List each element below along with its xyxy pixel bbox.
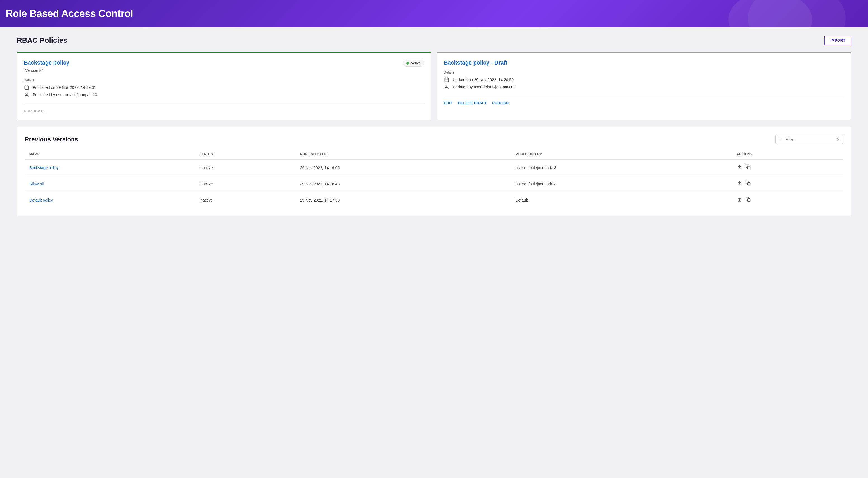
active-published-by: Published by user:default/joonpark13 [33, 92, 97, 97]
draft-policy-card: Backstage policy - Draft Details Updated… [437, 52, 851, 120]
active-published-date-row: Published on 29 Nov 2022, 14:19:31 [24, 85, 424, 90]
draft-updated-by: Updated by user:default/joonpark13 [453, 85, 515, 89]
page-title-row: RBAC Policies IMPORT [17, 36, 851, 45]
edit-button[interactable]: EDIT [444, 101, 453, 105]
table-header-row: NAME STATUS PUBLISH DATE ↑ PUBLISHED BY … [25, 150, 843, 159]
page-title: RBAC Policies [17, 36, 67, 45]
cell-published-by-2: Default [511, 192, 732, 208]
active-card-version: "Version 2" [24, 68, 424, 73]
active-published-date: Published on 29 Nov 2022, 14:19:31 [33, 85, 96, 90]
svg-rect-18 [748, 182, 750, 185]
col-name: NAME [25, 150, 195, 159]
calendar-icon [24, 85, 29, 90]
col-publish-date[interactable]: PUBLISH DATE ↑ [296, 150, 511, 159]
active-status-badge: Active [403, 60, 424, 66]
svg-point-9 [446, 85, 447, 87]
active-details-label: Details [24, 78, 424, 82]
actions-cell-0 [737, 164, 839, 171]
versions-table: NAME STATUS PUBLISH DATE ↑ PUBLISHED BY … [25, 150, 843, 208]
cell-actions-1 [732, 176, 843, 192]
cell-name-0: Backstage policy [25, 159, 195, 176]
draft-updated-date-row: Updated on 29 Nov 2022, 14:20:59 [444, 77, 844, 82]
col-status: STATUS [195, 150, 296, 159]
cell-actions-2 [732, 192, 843, 208]
sort-arrow-icon: ↑ [327, 152, 329, 156]
actions-cell-1 [737, 180, 839, 187]
restore-icon-0[interactable] [737, 164, 742, 171]
svg-rect-0 [25, 86, 29, 90]
cell-status-1: Inactive [195, 176, 296, 192]
delete-draft-button[interactable]: DELETE DRAFT [458, 101, 487, 105]
publish-button[interactable]: PUBLISH [492, 101, 508, 105]
active-policy-title[interactable]: Backstage policy [24, 60, 69, 66]
copy-icon-2[interactable] [746, 197, 751, 203]
cell-name-2: Default policy [25, 192, 195, 208]
restore-icon-1[interactable] [737, 180, 742, 187]
calendar-icon-draft [444, 77, 450, 82]
cell-status-2: Inactive [195, 192, 296, 208]
policy-link-0[interactable]: Backstage policy [29, 166, 59, 170]
previous-versions-card: Previous Versions ✕ NAME [17, 127, 851, 216]
filter-input-wrap[interactable]: ✕ [775, 135, 843, 144]
active-card-header: Backstage policy Active [24, 60, 424, 66]
table-row: Default policy Inactive 29 Nov 2022, 14:… [25, 192, 843, 208]
policy-cards-row: Backstage policy Active "Version 2" Deta… [17, 52, 851, 120]
draft-updated-by-row: Updated by user:default/joonpark13 [444, 84, 844, 89]
cell-published-by-0: user:default/joonpark13 [511, 159, 732, 176]
cell-date-2: 29 Nov 2022, 14:17:38 [296, 192, 511, 208]
versions-title: Previous Versions [25, 136, 78, 143]
draft-policy-title[interactable]: Backstage policy - Draft [444, 60, 507, 66]
active-badge-label: Active [411, 61, 421, 65]
cell-date-1: 29 Nov 2022, 14:18:43 [296, 176, 511, 192]
page-header-title: Role Based Access Control [6, 8, 133, 20]
cell-actions-0 [732, 159, 843, 176]
draft-updated-date: Updated on 29 Nov 2022, 14:20:59 [453, 78, 514, 82]
draft-card-actions: EDIT DELETE DRAFT PUBLISH [444, 96, 844, 105]
svg-point-4 [26, 93, 27, 94]
policy-link-1[interactable]: Allow all [29, 182, 43, 186]
filter-icon [779, 137, 783, 142]
svg-rect-21 [748, 199, 750, 202]
active-card-actions: DUPLICATE [24, 104, 424, 113]
actions-cell-2 [737, 197, 839, 204]
policy-link-2[interactable]: Default policy [29, 198, 53, 202]
filter-clear-icon[interactable]: ✕ [836, 137, 840, 142]
copy-icon-0[interactable] [746, 165, 751, 171]
svg-rect-5 [445, 78, 448, 82]
cell-status-0: Inactive [195, 159, 296, 176]
user-icon-draft [444, 84, 450, 89]
page-header: Role Based Access Control [0, 0, 868, 27]
col-published-by: PUBLISHED BY [511, 150, 732, 159]
active-policy-card: Backstage policy Active "Version 2" Deta… [17, 52, 431, 120]
col-actions: ACTIONS [732, 150, 843, 159]
user-icon [24, 92, 29, 97]
draft-details-label: Details [444, 70, 844, 74]
filter-input[interactable] [785, 137, 834, 142]
cell-published-by-1: user:default/joonpark13 [511, 176, 732, 192]
cell-name-1: Allow all [25, 176, 195, 192]
main-content: RBAC Policies IMPORT Backstage policy Ac… [0, 27, 868, 225]
cell-date-0: 29 Nov 2022, 14:19:05 [296, 159, 511, 176]
versions-header: Previous Versions ✕ [25, 135, 843, 144]
import-button[interactable]: IMPORT [825, 36, 851, 45]
active-dot-icon [406, 62, 409, 65]
active-published-by-row: Published by user:default/joonpark13 [24, 92, 424, 97]
table-row: Allow all Inactive 29 Nov 2022, 14:18:43… [25, 176, 843, 192]
svg-rect-15 [748, 166, 750, 169]
duplicate-button: DUPLICATE [24, 109, 45, 113]
draft-card-header: Backstage policy - Draft [444, 60, 844, 66]
restore-icon-2[interactable] [737, 197, 742, 204]
table-row: Backstage policy Inactive 29 Nov 2022, 1… [25, 159, 843, 176]
copy-icon-1[interactable] [746, 181, 751, 187]
